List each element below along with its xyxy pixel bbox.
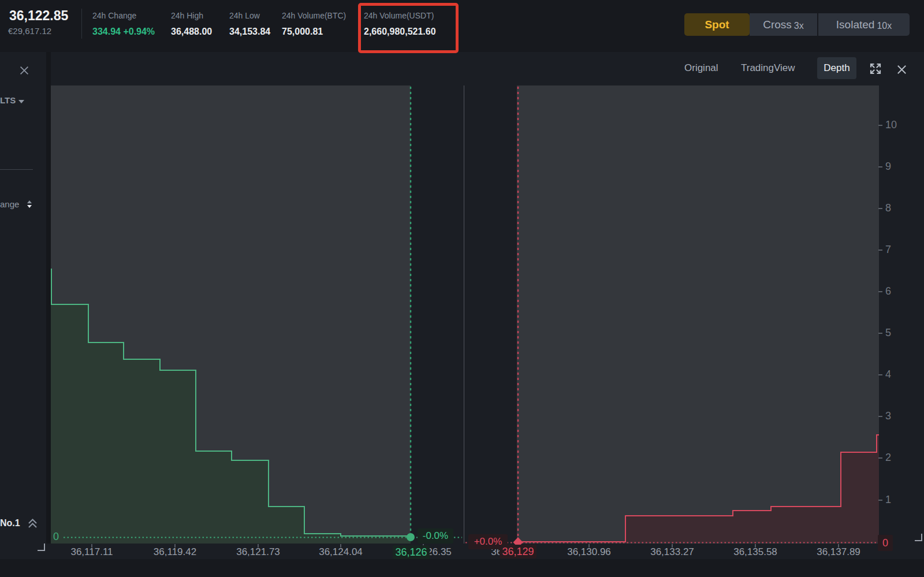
ask-depth-panel[interactable] bbox=[517, 85, 879, 544]
bid-depth-panel[interactable] bbox=[51, 85, 411, 544]
bid-zero-label: 0 bbox=[53, 531, 59, 543]
y-axis-label: 1 bbox=[885, 494, 905, 506]
bottom-strip bbox=[0, 559, 924, 577]
stat-value: 36,488.00 bbox=[171, 27, 212, 37]
ask-zero-label: 0 bbox=[878, 535, 893, 551]
isolated-margin-tab[interactable]: Isolated 10x bbox=[818, 13, 910, 36]
stat-value: 34,153.84 bbox=[229, 27, 270, 37]
y-axis-label: 8 bbox=[885, 202, 905, 214]
bid-axis-label: 36,117.11 bbox=[70, 546, 113, 558]
sidebar-divider bbox=[0, 169, 33, 170]
y-axis-label: 10 bbox=[885, 119, 905, 131]
cross-leverage-label: 3x bbox=[794, 21, 804, 31]
stat-label: 24h Volume(BTC) bbox=[282, 11, 346, 20]
pair-rank-badge: No.1 bbox=[0, 518, 20, 528]
stat-label: 24h Change bbox=[92, 11, 136, 20]
stat-label: 24h High bbox=[171, 11, 203, 20]
alts-label: LTS bbox=[0, 95, 16, 105]
sidebar-alts-dropdown[interactable]: LTS bbox=[0, 95, 24, 105]
collapse-up-icon[interactable] bbox=[27, 518, 38, 531]
sidebar-change-sort[interactable]: ange bbox=[0, 199, 19, 209]
last-price: 36,122.85 bbox=[9, 8, 68, 24]
y-axis-label: 4 bbox=[885, 368, 905, 381]
chart-resize-corner-icon[interactable] bbox=[914, 533, 922, 544]
ask-axis-label: 36,137.89 bbox=[817, 546, 860, 558]
sidebar-close-icon[interactable] bbox=[18, 64, 31, 79]
change-column-label: ange bbox=[0, 199, 19, 209]
spot-tab-label: Spot bbox=[705, 18, 729, 31]
cross-tab-label: Cross bbox=[763, 18, 792, 31]
caret-down-icon bbox=[18, 100, 24, 103]
stat-label: 24h Low bbox=[229, 11, 260, 20]
ask-axis-label: 36,133.27 bbox=[650, 546, 694, 558]
sort-desc-icon[interactable] bbox=[27, 205, 32, 208]
fullscreen-icon[interactable] bbox=[869, 62, 882, 78]
stat-value: 75,000.81 bbox=[282, 27, 323, 37]
stat-value: 334.94 +0.94% bbox=[92, 27, 155, 37]
sidebar-resize-corner-icon[interactable] bbox=[37, 543, 45, 553]
tab-original[interactable]: Original bbox=[684, 62, 718, 74]
red-highlight-box bbox=[358, 3, 459, 53]
tab-depth-label: Depth bbox=[824, 62, 850, 74]
fiat-price: €29,617.12 bbox=[8, 26, 51, 36]
ticker-topbar: 36,122.85 €29,617.12 24h Change 334.94 +… bbox=[0, 0, 924, 52]
bid-axis-label: 36,121.73 bbox=[236, 546, 280, 558]
ask-axis-label: 36,130.96 bbox=[567, 546, 611, 558]
isolated-leverage-label: 10x bbox=[877, 21, 892, 31]
y-axis-label: 3 bbox=[885, 410, 905, 422]
bid-axis-label: 36,124.04 bbox=[319, 546, 363, 558]
cross-margin-tab[interactable]: Cross 3x bbox=[750, 13, 817, 36]
y-axis-label: 6 bbox=[885, 285, 905, 297]
tab-depth[interactable]: Depth bbox=[817, 57, 856, 79]
spot-tab[interactable]: Spot bbox=[684, 13, 750, 36]
y-axis-label: 2 bbox=[885, 452, 905, 464]
isolated-tab-label: Isolated bbox=[836, 18, 875, 31]
ask-axis-label: 36,135.58 bbox=[733, 546, 777, 558]
bid-price-tag: 36,126 bbox=[393, 545, 430, 559]
chart-close-icon[interactable] bbox=[895, 63, 908, 79]
bid-axis-label: 36,119.42 bbox=[154, 546, 196, 558]
y-axis-label: 5 bbox=[885, 327, 905, 339]
y-axis-label: 9 bbox=[885, 161, 905, 173]
ask-price-tag: 36,129 bbox=[500, 545, 536, 559]
sort-asc-icon[interactable] bbox=[27, 200, 32, 203]
sidebar-gap bbox=[46, 52, 51, 544]
tab-tradingview[interactable]: TradingView bbox=[741, 62, 795, 74]
topbar-divider bbox=[81, 9, 82, 39]
binance-depth-screen: 36,122.85 €29,617.12 24h Change 334.94 +… bbox=[0, 0, 924, 577]
y-axis-label: 7 bbox=[885, 244, 905, 256]
bid-percent-tooltip: -0.0% bbox=[418, 528, 453, 544]
